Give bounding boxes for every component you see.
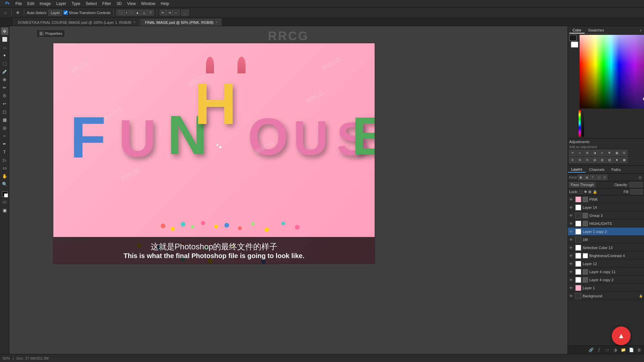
layer-visibility-group3[interactable]: 👁 bbox=[569, 214, 574, 218]
layer-row-1[interactable]: 👁 Layer 1 bbox=[568, 284, 644, 292]
lock-all-btn[interactable]: 🔒 bbox=[593, 190, 597, 194]
transform-controls-check[interactable]: Show Transform Controls bbox=[63, 10, 110, 15]
layer-visibility-1-copy-2[interactable]: 👁 bbox=[569, 230, 574, 234]
layer-row-group3[interactable]: 👁 Group 3 bbox=[568, 212, 644, 220]
transform-controls-checkbox[interactable] bbox=[63, 10, 68, 15]
dist-center-btn[interactable]: ↔ bbox=[173, 10, 179, 15]
adj-channel-icon[interactable]: ⊟ bbox=[621, 150, 628, 156]
filter-smart-btn[interactable]: ⊙ bbox=[602, 175, 607, 180]
filter-pixel-btn[interactable]: ▣ bbox=[578, 175, 583, 180]
adj-threshold-icon[interactable]: ▥ bbox=[599, 157, 605, 163]
add-adjustment-btn[interactable]: ◑ bbox=[612, 347, 619, 353]
filter-type-btn[interactable]: T bbox=[590, 175, 595, 180]
dodge-tool[interactable]: ○ bbox=[1, 132, 8, 139]
menu-image[interactable]: Image bbox=[38, 1, 53, 7]
color-panel-expand[interactable]: › bbox=[640, 27, 643, 34]
clone-stamp-tool[interactable]: ⎘ bbox=[1, 92, 8, 99]
zoom-tool[interactable]: 🔍 bbox=[1, 180, 8, 188]
lasso-tool[interactable]: ⌓ bbox=[1, 44, 8, 51]
fill-input[interactable]: 100% bbox=[631, 189, 643, 194]
color-tab[interactable]: Color bbox=[569, 27, 585, 34]
menu-edit[interactable]: Edit bbox=[25, 1, 36, 7]
adj-levels-icon[interactable]: ⊞ bbox=[584, 150, 591, 156]
link-layers-btn[interactable]: 🔗 bbox=[588, 347, 594, 353]
adj-selective-icon[interactable]: ▦ bbox=[613, 150, 620, 156]
adj-pattern-icon[interactable]: ▩ bbox=[621, 157, 628, 163]
new-group-btn[interactable]: 📁 bbox=[620, 347, 627, 353]
brush-tool[interactable]: ✏ bbox=[1, 84, 8, 91]
blur-tool[interactable]: ◎ bbox=[1, 124, 8, 131]
swatches-tab[interactable]: Swatches bbox=[585, 27, 607, 34]
layer-visibility-pink[interactable]: 👁 bbox=[569, 197, 574, 201]
hand-tool[interactable]: ✋ bbox=[1, 172, 8, 180]
blend-mode-dropdown[interactable]: Pass Through bbox=[569, 182, 595, 187]
adj-invert-icon[interactable]: ⊟ bbox=[584, 157, 591, 163]
app-home-icon[interactable]: ⌂ bbox=[2, 9, 9, 16]
lock-artboard-btn[interactable]: ⊞ bbox=[588, 190, 591, 194]
layer-visibility-4-copy-2[interactable]: 👁 bbox=[569, 278, 574, 282]
dist-v-btn[interactable]: ⇥ bbox=[166, 10, 173, 15]
filter-shape-btn[interactable]: ◻ bbox=[596, 175, 601, 180]
menu-select[interactable]: Select bbox=[84, 1, 99, 7]
adj-brightness-icon[interactable]: ☀ bbox=[569, 150, 576, 156]
dist-h-btn[interactable]: ⇤ bbox=[160, 10, 166, 15]
menu-layer[interactable]: Layer bbox=[54, 1, 68, 7]
adj-photo-filter-icon[interactable]: ⊕ bbox=[569, 157, 576, 163]
menu-view[interactable]: View bbox=[125, 1, 138, 7]
layer-visibility-background[interactable]: 👁 bbox=[569, 294, 574, 298]
adj-solid-color-icon[interactable]: ■ bbox=[613, 157, 620, 163]
alpha-slider-vertical[interactable] bbox=[582, 110, 584, 137]
layer-row-background[interactable]: 👁 Background 🔒 bbox=[568, 292, 644, 300]
tab-domestika-close[interactable]: × bbox=[133, 20, 136, 24]
layer-row-pink[interactable]: 👁 PINK bbox=[568, 195, 644, 203]
layer-row-1-copy-2[interactable]: 👁 Layer 1 copy 2 bbox=[568, 228, 644, 236]
adj-hsl-icon[interactable]: ◑ bbox=[591, 150, 598, 156]
layer-visibility-14[interactable]: 👁 bbox=[569, 205, 574, 209]
menu-ps[interactable]: Ps bbox=[3, 0, 12, 7]
auto-select-dropdown[interactable]: Layer bbox=[48, 10, 62, 16]
align-middle-btn[interactable]: △ bbox=[141, 10, 148, 15]
align-right-btn[interactable]: ▫ bbox=[129, 10, 134, 15]
layers-tab[interactable]: Layers bbox=[568, 167, 586, 173]
crown-record-button[interactable]: ▲ bbox=[612, 326, 631, 345]
hue-slider-vertical[interactable] bbox=[579, 110, 581, 137]
filter-adj-btn[interactable]: ◑ bbox=[584, 175, 589, 180]
layer-visibility-12[interactable]: 👁 bbox=[569, 262, 574, 266]
marquee-tool[interactable]: ⬜ bbox=[1, 36, 8, 43]
layer-row-highlights[interactable]: 👁 HIGHLIGHTS bbox=[568, 220, 644, 228]
foreground-color-swatch[interactable] bbox=[1, 190, 8, 198]
add-style-btn[interactable]: ƒ bbox=[596, 347, 602, 353]
adj-gradient-map-icon[interactable]: ▧ bbox=[606, 157, 613, 163]
background-swatch[interactable] bbox=[571, 42, 578, 48]
adj-color-lookup-icon[interactable]: ⊞ bbox=[577, 157, 583, 163]
color-spectrum[interactable] bbox=[580, 35, 644, 109]
align-left-btn[interactable]: ⬛ bbox=[117, 10, 124, 15]
layer-row-selective-color[interactable]: 👁 Selective Color 13 bbox=[568, 244, 644, 252]
layer-row-4-copy-2[interactable]: 👁 Layer 4 copy 2 bbox=[568, 276, 644, 284]
layer-row-brightness[interactable]: 👁 Brightness/Contrast 4 bbox=[568, 252, 644, 260]
layer-row-1m[interactable]: 👁 1M bbox=[568, 236, 644, 244]
align-top-btn[interactable]: ▲ bbox=[134, 10, 141, 15]
more-options-btn[interactable]: ... bbox=[181, 10, 189, 16]
align-center-btn[interactable]: ▪ bbox=[124, 10, 129, 15]
layer-row-4-copy-11[interactable]: 👁 Layer 4 copy 11 bbox=[568, 268, 644, 276]
gradient-tool[interactable]: ▦ bbox=[1, 116, 8, 123]
quick-mask-btn[interactable]: ⬭ bbox=[1, 198, 8, 206]
menu-file[interactable]: File bbox=[13, 1, 24, 7]
screen-mode-btn[interactable]: ▣ bbox=[1, 206, 8, 214]
pen-tool[interactable]: ✒ bbox=[1, 140, 8, 147]
menu-filter[interactable]: Filter bbox=[100, 1, 113, 7]
lock-pixels-btn[interactable]: ⬚ bbox=[579, 190, 583, 194]
adj-vibrance-icon[interactable]: ❋ bbox=[606, 150, 613, 156]
paths-tab[interactable]: Paths bbox=[608, 167, 624, 172]
type-tool[interactable]: T bbox=[1, 148, 8, 156]
heal-tool[interactable]: ⊕ bbox=[1, 76, 8, 83]
magic-wand-tool[interactable]: ✦ bbox=[1, 52, 8, 59]
tab-domestika[interactable]: DOMESTIKA FINAL COURSE IMAGE.psd @ 100% … bbox=[13, 18, 140, 26]
path-selection-tool[interactable]: ▷ bbox=[1, 156, 8, 164]
lock-position-btn[interactable]: ✥ bbox=[584, 190, 587, 194]
adj-curves-icon[interactable]: ∿ bbox=[577, 150, 583, 156]
filter-toggle-btn[interactable]: ⊙ bbox=[637, 175, 643, 180]
layer-row-12[interactable]: 👁 Layer 12 bbox=[568, 260, 644, 268]
align-bottom-btn[interactable]: ▽ bbox=[148, 10, 154, 15]
